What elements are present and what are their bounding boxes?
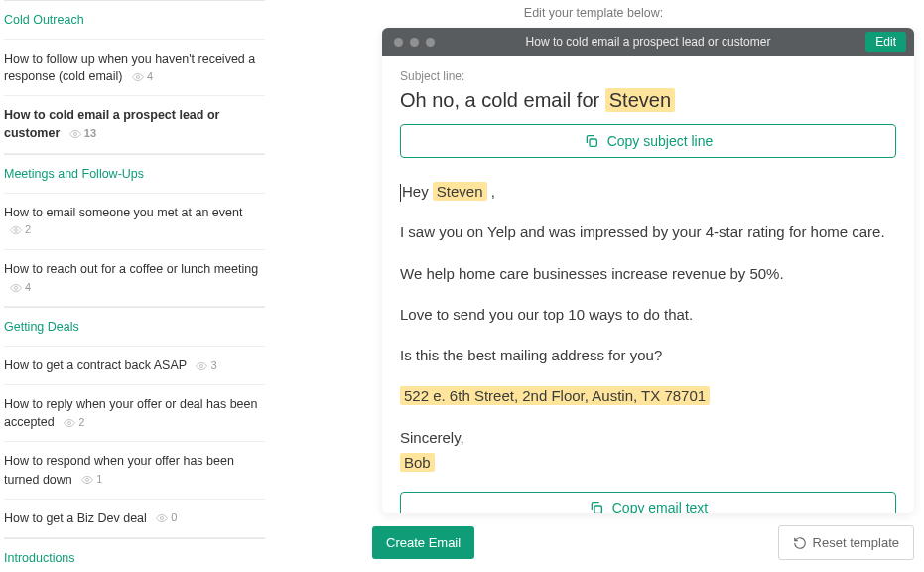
subject-text: Oh no, a cold email for (400, 89, 605, 111)
email-body[interactable]: Hey Steven , I saw you on Yelp and was i… (400, 180, 896, 474)
email-sender: Bob (400, 451, 896, 474)
email-paragraph: Is this the best mailing address for you… (400, 344, 896, 366)
svg-rect-12 (594, 506, 601, 513)
main-content: Edit your template below: How to cold em… (273, 0, 924, 572)
svg-point-0 (136, 75, 139, 78)
section-title[interactable]: Introductions (4, 539, 265, 572)
reset-template-button[interactable]: Reset template (778, 525, 914, 560)
template-item-label: How to follow up when you haven't receiv… (4, 52, 255, 83)
sidebar: Cold OutreachHow to follow up when you h… (0, 0, 273, 572)
section-title[interactable]: Meetings and Follow-Ups (4, 155, 265, 193)
svg-point-6 (86, 479, 89, 482)
view-count: 2 (10, 222, 31, 238)
view-count: 4 (132, 70, 153, 85)
template-item-label: How to reach out for a coffee or lunch m… (4, 262, 258, 276)
template-item[interactable]: How to email someone you met at an event… (4, 193, 265, 249)
create-email-button[interactable]: Create Email (372, 526, 474, 559)
reset-icon (793, 536, 807, 550)
greeting-suffix: , (487, 183, 495, 200)
email-paragraph: I saw you on Yelp and was impressed by y… (400, 220, 896, 243)
view-count: 1 (81, 472, 102, 488)
bottom-bar: Create Email Reset template (382, 525, 914, 560)
panel-title: How to cold email a prospect lead or cus… (382, 35, 914, 49)
copy-subject-button[interactable]: Copy subject line (400, 124, 896, 158)
address-token[interactable]: 522 e. 6th Street, 2nd Floor, Austin, TX… (400, 386, 710, 405)
template-item[interactable]: How to get a Biz Dev deal 0 (4, 499, 265, 537)
view-count: 2 (64, 415, 84, 431)
view-count: 0 (156, 510, 177, 526)
template-panel: How to cold email a prospect lead or cus… (382, 28, 914, 513)
template-item-label: How to get a Biz Dev deal (4, 511, 147, 525)
edit-hint: Edit your template below: (273, 0, 914, 28)
section-title[interactable]: Cold Outreach (4, 1, 265, 39)
subject-line[interactable]: Oh no, a cold email for Steven (400, 89, 896, 112)
copy-icon (589, 500, 604, 513)
view-count: 4 (10, 280, 31, 296)
panel-body: Subject line: Oh no, a cold email for St… (382, 56, 914, 513)
email-paragraph: Love to send you our top 10 ways to do t… (400, 303, 896, 326)
svg-rect-11 (590, 139, 596, 146)
template-item[interactable]: How to reply when your offer or deal has… (4, 384, 265, 441)
section-title[interactable]: Getting Deals (4, 308, 265, 346)
copy-body-label: Copy email text (612, 500, 708, 513)
template-item-label: How to email someone you met at an event (4, 206, 242, 219)
template-item[interactable]: How to follow up when you haven't receiv… (4, 39, 265, 95)
svg-point-5 (68, 421, 71, 424)
email-address: 522 e. 6th Street, 2nd Floor, Austin, TX… (400, 384, 896, 407)
greeting-prefix: Hey (402, 183, 433, 200)
template-item[interactable]: How to reach out for a coffee or lunch m… (4, 249, 265, 306)
template-item-label: How to cold email a prospect lead or cus… (4, 108, 219, 140)
template-item[interactable]: How to get a contract back ASAP 3 (4, 346, 265, 384)
svg-point-4 (200, 364, 203, 367)
sender-token[interactable]: Bob (400, 453, 435, 472)
template-item-label: How to get a contract back ASAP (4, 358, 187, 372)
edit-button[interactable]: Edit (865, 32, 906, 52)
panel-header: How to cold email a prospect lead or cus… (382, 28, 914, 56)
email-greeting: Hey Steven , (400, 180, 896, 203)
reset-label: Reset template (813, 535, 899, 550)
view-count: 3 (196, 358, 216, 374)
copy-body-button[interactable]: Copy email text (400, 492, 896, 513)
greeting-token[interactable]: Steven (433, 182, 487, 201)
template-item-label: How to respond when your offer has been … (4, 454, 234, 486)
text-cursor (400, 184, 401, 202)
email-paragraph: We help home care businesses increase re… (400, 262, 896, 285)
subject-token[interactable]: Steven (605, 88, 675, 112)
copy-icon (584, 133, 599, 149)
svg-point-2 (15, 229, 18, 232)
template-item[interactable]: How to cold email a prospect lead or cus… (4, 95, 265, 152)
svg-point-7 (161, 517, 164, 520)
svg-point-3 (15, 286, 18, 289)
view-count: 13 (69, 126, 96, 142)
copy-subject-label: Copy subject line (607, 133, 714, 149)
svg-point-1 (73, 133, 76, 136)
template-item-label: How to reply when your offer or deal has… (4, 397, 257, 429)
email-signoff: Sincerely, (400, 426, 896, 449)
subject-label: Subject line: (400, 70, 896, 83)
template-item[interactable]: How to respond when your offer has been … (4, 441, 265, 498)
